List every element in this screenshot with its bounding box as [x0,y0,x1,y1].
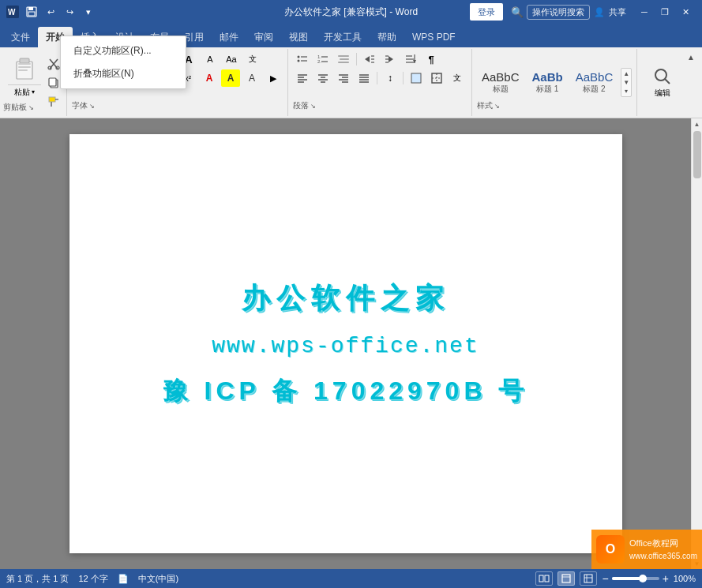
web-view-button[interactable] [580,571,597,586]
styles-scroll-up[interactable]: ▲ [623,70,629,77]
status-right: − + 100% [535,571,696,586]
svg-rect-8 [18,66,31,68]
chinese-layout-button[interactable]: 文 [448,69,467,87]
style-heading1-preview: AaBb [532,70,563,84]
svg-rect-27 [338,55,349,57]
undo-button[interactable]: ↩ [43,4,58,20]
zoom-fill [612,577,640,580]
indent-more-button[interactable] [381,51,400,68]
sort-button[interactable] [401,51,420,68]
styles-row: AaBbC 标题 AaBb 标题 1 AaBbC 标题 2 [477,69,618,96]
para-expand-icon[interactable]: ↘ [310,103,316,110]
multilevel-list-button[interactable] [334,51,353,68]
svg-rect-6 [20,58,29,63]
title-bar-left: W ↩ ↪ ▾ [6,4,96,20]
styles-expand-icon[interactable]: ↘ [494,103,500,110]
customize-ribbon-item[interactable]: 自定义功能区(R)... [61,39,186,62]
justify-button[interactable] [355,69,374,87]
indent-less-button[interactable] [360,51,379,68]
tab-view[interactable]: 视图 [281,27,316,47]
styles-scroll-control[interactable]: ▲ ▼ ▾ [621,68,632,97]
search-help-box[interactable]: 操作说明搜索 [527,5,590,20]
tab-developer[interactable]: 开发工具 [316,27,370,47]
vertical-scrollbar[interactable]: ▲ ▼ [691,118,702,569]
save-quick-button[interactable] [24,4,39,20]
style-heading1[interactable]: AaBb 标题 1 [527,69,568,96]
document-page: 办公软件之家 www.wps-office.net 豫 ICP 备 170229… [69,134,622,553]
numbering-button[interactable]: 1.2. [313,51,332,68]
border-bottom-btn[interactable]: A [242,69,261,87]
font-color-button[interactable]: A [200,69,219,87]
align-left-button[interactable] [293,69,312,87]
dropdown-menu: 自定义功能区(R)... 折叠功能区(N) [60,36,186,89]
collapse-ribbon-button[interactable]: ▲ [683,49,699,65]
scroll-up-arrow[interactable]: ▲ [692,118,703,129]
tab-help[interactable]: 帮助 [370,27,404,47]
tab-wps-pdf[interactable]: WPS PDF [404,27,464,47]
close-button[interactable]: ✕ [675,2,696,22]
svg-rect-59 [411,73,421,83]
scroll-thumb[interactable] [693,131,701,178]
title-bar: W ↩ ↪ ▾ 办公软件之家 [兼容模式] - Word 登录 🔍 操作说明搜索… [0,0,702,24]
tab-mailings[interactable]: 邮件 [212,27,246,47]
collapse-ribbon-item[interactable]: 折叠功能区(N) [61,62,186,85]
show-para-button[interactable]: ¶ [422,51,441,68]
styles-more[interactable]: ▾ [625,88,628,95]
login-button[interactable]: 登录 [470,3,503,21]
quick-access-dropdown[interactable]: ▾ [81,4,96,20]
svg-point-19 [298,56,300,58]
share-label[interactable]: 共享 [609,6,626,18]
read-view-button[interactable] [535,571,553,586]
align-right-button[interactable] [334,69,353,87]
document-scroll[interactable]: 办公软件之家 www.wps-office.net 豫 ICP 备 170229… [0,118,691,569]
doc-text-1: 办公软件之家 [242,279,450,318]
find-button[interactable]: 编辑 [645,58,680,107]
format-painter-button[interactable] [44,93,63,110]
styles-items: AaBbC 标题 AaBb 标题 1 AaBbC 标题 2 [477,69,618,96]
font-expand-icon[interactable]: ↘ [89,103,95,110]
style-heading2-preview: AaBbC [576,70,614,84]
search-help-icon[interactable]: 🔍 [509,4,525,20]
zoom-plus-button[interactable]: + [663,572,669,585]
app-icon: W [6,6,19,18]
font-group-label: 字体 ↘ [72,100,95,111]
status-bar: 第 1 页，共 1 页 12 个字 📄 中文(中国) − + 100% [0,569,702,588]
para-sep3 [403,72,404,84]
style-normal[interactable]: AaBbC 标题 [477,69,524,96]
wps-logo-icon: O [596,535,625,564]
font-shrink-button[interactable]: A [201,51,220,68]
scroll-track [692,180,703,558]
restore-button[interactable]: ❐ [655,2,675,22]
svg-point-21 [298,60,300,62]
paste-button[interactable]: 粘贴 ▾ [6,51,43,99]
styles-scroll-down[interactable]: ▼ [623,79,629,86]
tab-file[interactable]: 文件 [3,27,38,47]
style-normal-label: 标题 [493,84,509,95]
window-title: 办公软件之家 [兼容模式] - Word [284,6,418,19]
line-spacing-button[interactable]: ↕ [381,69,400,87]
char-spacing-button[interactable]: ▶ [264,69,283,87]
para-row-1: 1.2. ¶ [293,51,441,68]
clipboard-expand-icon[interactable]: ↘ [28,104,34,111]
highlight-button[interactable]: A [221,69,240,87]
para-row-2: ↕ 文 [293,69,467,87]
border-button[interactable] [427,69,446,87]
minimize-button[interactable]: ─ [634,2,655,22]
zoom-thumb[interactable] [639,575,647,582]
page-view-button[interactable] [557,571,575,586]
clipboard-label: 剪贴板 ↘ [3,102,34,113]
zoom-track[interactable] [612,577,659,580]
style-heading2[interactable]: AaBbC 标题 2 [571,69,618,96]
phonetic-guide-button[interactable]: 文 [243,51,262,68]
bullets-button[interactable] [293,51,312,68]
clear-format-button[interactable]: Aa [222,51,241,68]
redo-button[interactable]: ↪ [62,4,77,20]
paste-dropdown-arrow[interactable]: ▾ [32,88,35,96]
tab-review[interactable]: 审阅 [246,27,281,47]
shading-button[interactable] [407,69,426,87]
zoom-minus-button[interactable]: − [602,572,608,585]
share-icon[interactable]: 👤 [591,4,607,20]
align-center-button[interactable] [313,69,332,87]
svg-marker-34 [389,56,393,62]
style-heading1-label: 标题 1 [536,84,558,95]
